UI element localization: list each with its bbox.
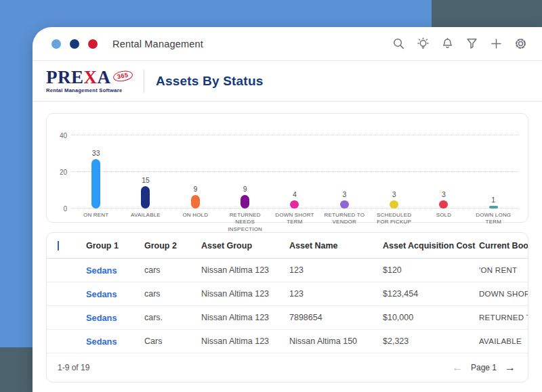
bar-value-label: 1 (491, 196, 495, 204)
bar-down-short-term[interactable] (290, 200, 299, 209)
assets-by-status-chart: 02040 33159943331 ON RENTAVAILABLEON HOL… (46, 113, 528, 223)
y-tick-20: 20 (60, 169, 67, 176)
group1-link[interactable]: Sedans (86, 289, 144, 299)
chart-area: 02040 33159943331 (52, 121, 518, 209)
x-label: SCHEDULED FOR PICKUP (369, 212, 419, 233)
x-label: DOWN LONG TERM (469, 212, 518, 233)
asset-group-cell: Nissan Altima 123 (201, 289, 289, 299)
book-value-cell: RETURNED TO. (479, 313, 528, 322)
group2-cell: Cars (144, 336, 201, 346)
bar-value-label: 15 (142, 176, 150, 184)
settings-gear-icon[interactable] (514, 37, 527, 50)
bar-value-label: 3 (442, 190, 446, 198)
column-header-group-2: Group 2 (144, 241, 201, 251)
chart-slot: 33 (71, 121, 121, 209)
bar-down-long-term[interactable] (489, 206, 498, 209)
group1-link[interactable]: Sedans (86, 265, 144, 276)
asset-name-cell: 7898654 (289, 313, 383, 322)
bar-value-label: 9 (243, 185, 247, 193)
table-footer: 1-9 of 19 ← Page 1 → (47, 353, 528, 382)
chart-slot: 9 (220, 121, 270, 209)
chart-slot: 4 (270, 121, 319, 209)
x-label: ON HOLD (171, 212, 220, 233)
column-header-asset-group: Asset Group (201, 241, 289, 251)
app-window: Rental Management PREX (33, 27, 542, 392)
filter-funnel-icon[interactable] (465, 37, 478, 50)
next-page-arrow-icon[interactable]: → (505, 362, 516, 373)
bar-value-label: 3 (342, 190, 346, 198)
column-header-asset-name: Asset Name (289, 241, 383, 251)
bar-on-hold[interactable] (191, 195, 200, 209)
chart-slot: 3 (419, 121, 468, 209)
main-content: 02040 33159943331 ON RENTAVAILABLEON HOL… (33, 102, 542, 383)
row-range-label: 1-9 of 19 (58, 363, 89, 372)
idea-bulb-icon[interactable] (417, 37, 430, 50)
table-body: SedanscarsNissan Altima 123123$120'ON RE… (47, 259, 528, 353)
acquisition-cost-cell: $2,323 (383, 336, 479, 346)
table-row: SedansCarsNissan Altima 123Nissan Altima… (47, 330, 528, 353)
window-header: Rental Management (33, 27, 542, 61)
group1-link[interactable]: Sedans (86, 336, 144, 347)
x-label: AVAILABLE (121, 212, 170, 233)
prexa-logo-wordmark: PREXA 365 (46, 68, 132, 87)
chart-slot: 3 (369, 121, 419, 209)
acquisition-cost-cell: $10,000 (383, 313, 479, 322)
y-tick-40: 40 (60, 132, 67, 139)
window-dot-blue[interactable] (51, 39, 61, 49)
group2-cell: cars (144, 289, 201, 299)
table-header-row: Group 1Group 2Asset GroupAsset NameAsset… (47, 233, 528, 259)
asset-group-cell: Nissan Altima 123 (201, 265, 289, 275)
prexa-logo: PREXA 365 Rental Management Software (46, 68, 132, 93)
bar-returned-needs-inspection[interactable] (241, 195, 249, 209)
chart-bars: 33159943331 (71, 121, 518, 209)
select-all-checkbox[interactable] (58, 241, 59, 251)
logo-text-a: A (98, 68, 111, 87)
chart-x-labels: ON RENTAVAILABLEON HOLDRETURNED NEEDS IN… (71, 209, 518, 233)
bar-value-label: 4 (293, 190, 297, 198)
page-number-label: Page 1 (471, 363, 497, 372)
y-tick-0: 0 (63, 205, 67, 213)
bar-on-rent[interactable] (91, 159, 100, 209)
group1-link[interactable]: Sedans (86, 313, 144, 323)
table-row: SedanscarsNissan Altima 123123$123,454DO… (47, 282, 528, 306)
book-value-cell: DOWN SHORT TERM (479, 290, 528, 298)
x-label: RETURNED NEEDS INSPECTION (220, 212, 270, 233)
prev-page-arrow-icon[interactable]: ← (452, 362, 463, 373)
bar-scheduled-for-pickup[interactable] (390, 200, 398, 209)
bar-value-label: 33 (92, 149, 100, 157)
asset-name-cell: 123 (289, 289, 383, 299)
asset-name-cell: Nissan Altima 150 (289, 336, 383, 346)
bar-available[interactable] (141, 186, 150, 209)
book-value-cell: 'ON RENT (479, 266, 528, 274)
x-label: ON RENT (71, 212, 121, 233)
group2-cell: cars (144, 265, 201, 275)
acquisition-cost-cell: $120 (383, 265, 479, 275)
book-value-cell: AVAILABLE (479, 337, 528, 345)
bar-value-label: 9 (193, 185, 197, 193)
bar-returned-to-vendor[interactable] (340, 200, 349, 209)
window-dot-navy[interactable] (70, 39, 79, 49)
table-row: Sedanscars.Nissan Altima 1237898654$10,0… (47, 306, 528, 330)
chart-y-axis: 02040 (52, 121, 71, 209)
bar-value-label: 3 (392, 190, 396, 198)
chart-slot: 1 (469, 121, 518, 209)
logo-tagline: Rental Management Software (46, 88, 132, 93)
pagination: ← Page 1 → (452, 362, 516, 373)
toolbar (392, 37, 527, 50)
add-plus-icon[interactable] (490, 37, 503, 50)
brand-row: PREXA 365 Rental Management Software Ass… (33, 61, 542, 102)
x-label: RETURNED TO VENDOR (320, 212, 369, 233)
column-header-current-book-value: Current Book Value (479, 241, 528, 251)
group2-cell: cars. (144, 313, 201, 322)
notifications-bell-icon[interactable] (441, 37, 454, 50)
bar-sold[interactable] (439, 200, 448, 209)
search-icon[interactable] (392, 37, 405, 50)
page-title: Assets By Status (156, 74, 263, 89)
vertical-divider (144, 70, 144, 93)
window-control-dots (51, 39, 98, 49)
chart-slot: 15 (121, 121, 170, 209)
x-label: SOLD (419, 212, 468, 233)
table-row: SedanscarsNissan Altima 123123$120'ON RE… (47, 259, 528, 282)
assets-table: Group 1Group 2Asset GroupAsset NameAsset… (46, 232, 528, 383)
window-dot-red[interactable] (88, 39, 98, 49)
